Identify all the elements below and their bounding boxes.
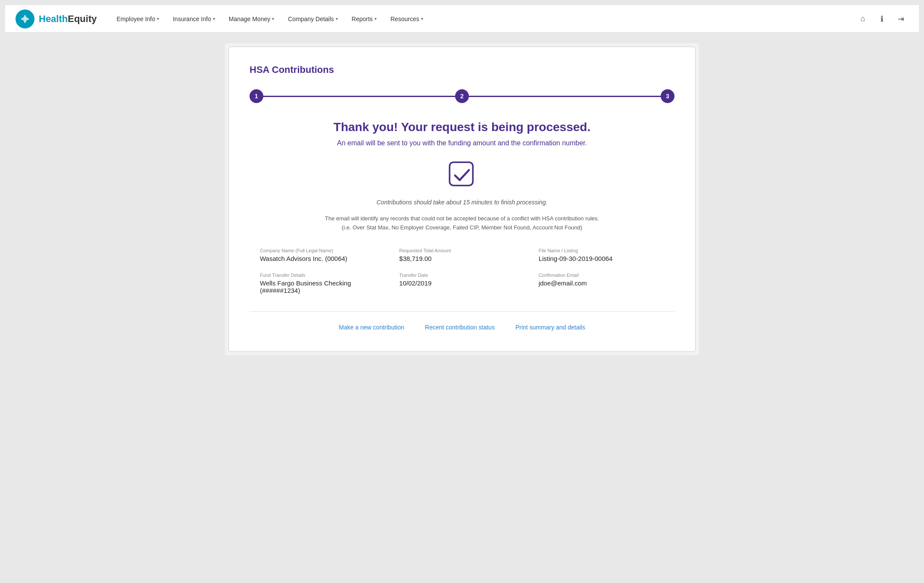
step-2: 2 (455, 89, 469, 103)
detail-cell: Confirmation Email jdoe@email.com (539, 273, 664, 294)
logo[interactable]: HealthEquity (16, 9, 97, 28)
detail-value: Listing-09-30-2019-00064 (539, 255, 664, 262)
chevron-down-icon: ▾ (213, 16, 215, 21)
detail-value: Wells Fargo Business Checking (######123… (260, 279, 385, 294)
chevron-down-icon: ▾ (157, 16, 159, 21)
checkmark-icon (250, 159, 674, 190)
detail-cell: Fund Transfer Details Wells Fargo Busine… (260, 273, 385, 294)
chevron-down-icon: ▾ (375, 16, 377, 21)
content-card: HSA Contributions 1 2 3 Thank you! Your … (228, 47, 696, 352)
nav-icons: ⌂ℹ⇥ (855, 11, 908, 27)
nav-label: Insurance Info (173, 16, 211, 22)
logo-icon (16, 9, 34, 28)
info-icon[interactable]: ℹ (874, 11, 890, 27)
nav-label: Employee Info (116, 16, 155, 22)
detail-label: Transfer Date (399, 273, 524, 278)
svg-rect-2 (450, 162, 473, 185)
home-icon[interactable]: ⌂ (855, 11, 871, 27)
success-sub: An email will be sent to you with the fu… (250, 139, 674, 147)
nav-item-employee-info[interactable]: Employee Info▾ (110, 12, 165, 26)
logout-icon[interactable]: ⇥ (893, 11, 908, 27)
make-contribution-link[interactable]: Make a new contribution (339, 324, 404, 331)
nav-label: Resources (390, 16, 419, 22)
detail-label: Company Name (Full Legal Name) (260, 248, 385, 253)
chevron-down-icon: ▾ (421, 16, 423, 21)
detail-cell: Company Name (Full Legal Name) Wasatch A… (260, 248, 385, 262)
detail-value: 10/02/2019 (399, 279, 524, 287)
page-title: HSA Contributions (250, 64, 674, 75)
detail-value: $38,719.00 (399, 255, 524, 262)
nav-label: Reports (352, 16, 373, 22)
divider (250, 311, 674, 312)
step-line-2 (469, 96, 661, 97)
detail-cell: Transfer Date 10/02/2019 (399, 273, 524, 294)
chevron-down-icon: ▾ (336, 16, 338, 21)
stepper: 1 2 3 (250, 89, 674, 103)
bottom-links: Make a new contributionRecent contributi… (250, 324, 674, 331)
nav-links: Employee Info▾Insurance Info▾Manage Mone… (110, 12, 855, 26)
main-wrapper: HSA Contributions 1 2 3 Thank you! Your … (225, 43, 699, 355)
detail-value: Wasatch Advisors Inc. (00064) (260, 255, 385, 262)
nav-item-resources[interactable]: Resources▾ (384, 12, 429, 26)
nav-label: Company Details (288, 16, 334, 22)
nav-item-manage-money[interactable]: Manage Money▾ (223, 12, 281, 26)
detail-label: Fund Transfer Details (260, 273, 385, 278)
nav-label: Manage Money (229, 16, 271, 22)
detail-label: Confirmation Email (539, 273, 664, 278)
detail-cell: Requested Total Amount $38,719.00 (399, 248, 524, 262)
step-line-1 (263, 96, 455, 97)
detail-label: File Name / Listing (539, 248, 664, 253)
detail-value: jdoe@email.com (539, 279, 664, 287)
nav-item-insurance-info[interactable]: Insurance Info▾ (167, 12, 221, 26)
print-summary-link[interactable]: Print summary and details (515, 324, 585, 331)
nav-item-reports[interactable]: Reports▾ (346, 12, 383, 26)
chevron-down-icon: ▾ (272, 16, 274, 21)
processing-note: Contributions should take about 15 minut… (250, 199, 674, 206)
step-3: 3 (661, 89, 674, 103)
logo-text: HealthEquity (39, 13, 97, 25)
success-heading: Thank you! Your request is being process… (250, 120, 674, 134)
navigation: HealthEquity Employee Info▾Insurance Inf… (5, 5, 919, 33)
step-1: 1 (250, 89, 263, 103)
recent-status-link[interactable]: Recent contribution status (425, 324, 495, 331)
details-grid: Company Name (Full Legal Name) Wasatch A… (250, 248, 674, 294)
detail-label: Requested Total Amount (399, 248, 524, 253)
warning-text: The email will identify any records that… (250, 214, 674, 232)
detail-cell: File Name / Listing Listing-09-30-2019-0… (539, 248, 664, 262)
nav-item-company-details[interactable]: Company Details▾ (282, 12, 344, 26)
